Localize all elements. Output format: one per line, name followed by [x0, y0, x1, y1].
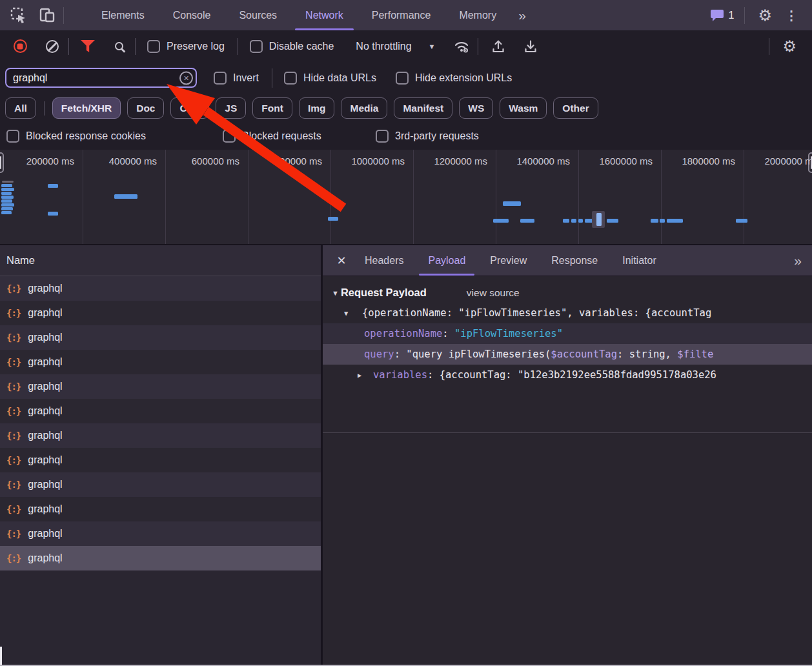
tab-sources[interactable]: Sources: [225, 0, 291, 30]
detail-tab-headers[interactable]: Headers: [352, 245, 416, 276]
network-conditions-icon[interactable]: [452, 37, 471, 56]
table-row[interactable]: {:}graphql: [0, 301, 321, 325]
json-braces-icon: {:}: [6, 529, 21, 539]
chip-js[interactable]: JS: [216, 97, 246, 119]
payload-tree-row[interactable]: operationName: "ipFlowTimeseries": [323, 323, 812, 344]
clear-network-log-button[interactable]: [43, 37, 62, 56]
table-row[interactable]: {:}graphql: [0, 546, 321, 570]
table-row[interactable]: {:}graphql: [0, 325, 321, 350]
invert-checkbox-group[interactable]: Invert: [214, 72, 259, 85]
chip-all[interactable]: All: [5, 97, 36, 119]
request-name: graphql: [28, 307, 62, 319]
chip-doc[interactable]: Doc: [127, 97, 164, 119]
hide-extension-urls-checkbox-group[interactable]: Hide extension URLs: [396, 72, 512, 85]
checkbox-group-blocked-requests[interactable]: Blocked requests: [223, 130, 321, 143]
table-row[interactable]: {:}graphql: [0, 399, 321, 423]
toolbar-divider: [744, 7, 745, 24]
json-braces-icon: {:}: [6, 406, 21, 416]
waterfall-bar: [1, 203, 14, 207]
checkbox[interactable]: [376, 130, 389, 143]
toolbar-divider: [68, 38, 69, 55]
payload-tree-row[interactable]: ▼{operationName: "ipFlowTimeseries", var…: [323, 303, 812, 323]
invert-checkbox[interactable]: [214, 72, 227, 85]
waterfall-bar: [1, 211, 12, 214]
detail-tab-response[interactable]: Response: [539, 245, 610, 276]
waterfall-bar: [1, 199, 12, 203]
hide-extension-urls-checkbox[interactable]: [396, 72, 409, 85]
table-row[interactable]: {:}graphql: [0, 448, 321, 472]
json-braces-icon: {:}: [6, 308, 21, 318]
tab-network[interactable]: Network: [291, 0, 358, 30]
request-name: graphql: [28, 479, 62, 490]
timeline-gridline: [83, 150, 83, 244]
table-row[interactable]: {:}graphql: [0, 350, 321, 374]
console-messages-badge[interactable]: 1: [710, 8, 735, 22]
table-row[interactable]: {:}graphql: [0, 497, 321, 521]
expanded-triangle-icon[interactable]: ▼: [344, 303, 348, 323]
chip-other[interactable]: Other: [553, 97, 598, 119]
import-har-icon[interactable]: [489, 37, 508, 56]
throttling-dropdown[interactable]: No throttling ▼: [356, 41, 435, 52]
collapse-triangle-icon[interactable]: ▼: [332, 289, 339, 297]
json-braces-icon: {:}: [6, 332, 21, 343]
preserve-log-checkbox[interactable]: [147, 40, 160, 53]
more-tabs-icon[interactable]: »: [511, 8, 533, 23]
table-row[interactable]: {:}graphql: [0, 276, 321, 301]
filter-funnel-icon[interactable]: [78, 37, 97, 56]
view-source-link[interactable]: view source: [467, 287, 520, 299]
tab-performance[interactable]: Performance: [358, 0, 445, 30]
tab-memory[interactable]: Memory: [445, 0, 511, 30]
throttling-value: No throttling: [356, 41, 411, 52]
payload-tree-row[interactable]: query: "query ipFlowTimeseries($accountT…: [323, 344, 812, 365]
chip-divider: [44, 101, 45, 116]
inspect-element-icon[interactable]: [9, 6, 28, 25]
detail-more-tabs-icon[interactable]: »: [786, 253, 812, 268]
tab-console[interactable]: Console: [159, 0, 225, 30]
chip-wasm[interactable]: Wasm: [500, 97, 547, 119]
waterfall-bar: [1, 207, 13, 210]
chip-manifest[interactable]: Manifest: [394, 97, 452, 119]
export-har-icon[interactable]: [521, 37, 540, 56]
table-row[interactable]: {:}graphql: [0, 472, 321, 497]
record-network-log-button[interactable]: [10, 37, 30, 56]
checkbox[interactable]: [6, 130, 19, 143]
checkbox[interactable]: [223, 130, 236, 143]
detail-tab-initiator[interactable]: Initiator: [610, 245, 668, 276]
tab-elements[interactable]: Elements: [87, 0, 159, 30]
table-row[interactable]: {:}graphql: [0, 521, 321, 546]
network-overview-timeline[interactable]: 200000 ms400000 ms600000 ms800000 ms1000…: [0, 150, 812, 245]
kebab-menu-icon[interactable]: ⋮: [778, 8, 804, 23]
device-toolbar-icon[interactable]: [37, 6, 57, 25]
table-row[interactable]: {:}graphql: [0, 423, 321, 448]
detail-tab-preview[interactable]: Preview: [478, 245, 539, 276]
payload-line-text: {operationName: "ipFlowTimeseries", vari…: [362, 303, 711, 323]
hide-data-urls-checkbox[interactable]: [284, 72, 297, 85]
timeline-gridline: [578, 150, 579, 244]
filter-input[interactable]: [5, 68, 197, 88]
chip-img[interactable]: Img: [299, 97, 335, 119]
collapsed-triangle-icon[interactable]: ▶: [358, 365, 361, 385]
json-braces-icon: {:}: [6, 283, 21, 294]
chip-media[interactable]: Media: [341, 97, 387, 119]
hide-data-urls-checkbox-group[interactable]: Hide data URLs: [284, 72, 376, 85]
network-settings-gear-icon[interactable]: ⚙: [776, 39, 803, 54]
checkbox-group-3rd-party-requests[interactable]: 3rd-party requests: [376, 130, 479, 143]
waterfall-bar: [571, 219, 576, 223]
disable-cache-checkbox[interactable]: [250, 40, 263, 53]
timeline-tick-label: 1800000 ms: [664, 156, 735, 166]
chip-font[interactable]: Font: [252, 97, 292, 119]
disable-cache-checkbox-group[interactable]: Disable cache: [250, 40, 334, 53]
chip-fetch-xhr[interactable]: Fetch/XHR: [52, 97, 121, 119]
payload-tree-row[interactable]: ▶variables: {accountTag: "b12e3b2192ee55…: [323, 365, 812, 385]
checkbox-group-blocked-response-cookies[interactable]: Blocked response cookies: [6, 130, 146, 143]
table-row[interactable]: {:}graphql: [0, 374, 321, 399]
preserve-log-checkbox-group[interactable]: Preserve log: [147, 40, 225, 53]
chip-css[interactable]: CSS: [170, 97, 209, 119]
name-column-header[interactable]: Name: [0, 245, 321, 276]
close-detail-icon[interactable]: ✕: [330, 254, 352, 268]
clear-filter-icon[interactable]: ✕: [179, 71, 193, 85]
search-icon[interactable]: [109, 37, 128, 56]
chip-ws[interactable]: WS: [459, 97, 493, 119]
detail-tab-payload[interactable]: Payload: [416, 245, 478, 276]
settings-gear-icon[interactable]: ⚙: [751, 8, 778, 23]
